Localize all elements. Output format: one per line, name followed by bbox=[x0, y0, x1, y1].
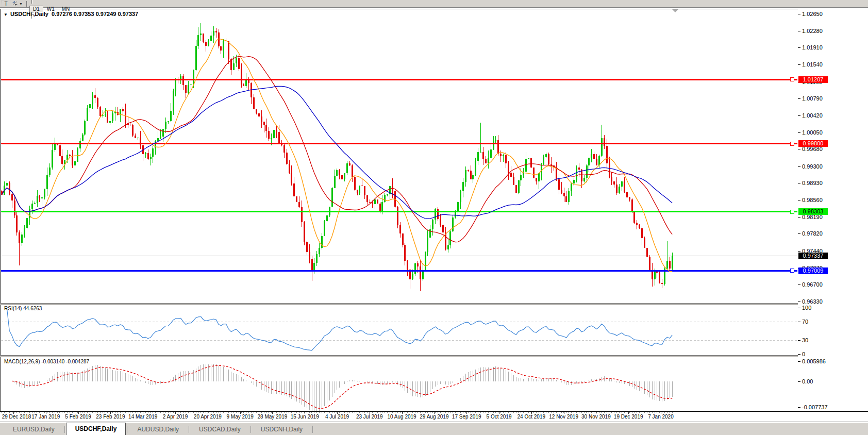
macd-axis-label: -0.007737 bbox=[802, 404, 828, 410]
price-axis-label: 1.01540 bbox=[802, 61, 823, 68]
date-axis-label: 23 Feb 2019 bbox=[96, 414, 125, 420]
mt4-window: T ▼ M1M5M15M30H1H4D1W1MN ▼USDCHF,Daily 0… bbox=[0, 0, 868, 435]
axis-tick bbox=[798, 64, 800, 65]
date-axis: 29 Dec 201817 Jan 20195 Feb 201923 Feb 2… bbox=[0, 412, 798, 421]
toolbar-separator bbox=[26, 1, 27, 7]
date-axis-label: 4 Jul 2019 bbox=[325, 414, 349, 420]
date-axis-label: 29 Aug 2019 bbox=[420, 414, 448, 420]
axis-tick bbox=[798, 354, 800, 355]
axis-tick bbox=[798, 183, 800, 183]
text-tool-button[interactable]: T bbox=[2, 1, 10, 7]
date-axis-label: 2 Apr 2019 bbox=[163, 414, 188, 420]
chart-left-border bbox=[1, 9, 1, 411]
tab-separator bbox=[251, 426, 251, 433]
rsi-axis-label: 100 bbox=[802, 305, 811, 311]
price-axis-label: 0.96700 bbox=[802, 281, 823, 288]
price-axis-label: 1.00420 bbox=[802, 112, 823, 119]
price-axis-label: 0.99300 bbox=[802, 163, 823, 170]
price-axis-label: 0.98560 bbox=[802, 197, 823, 203]
date-axis-label: 17 Jan 2019 bbox=[31, 414, 60, 420]
axis-tick bbox=[798, 340, 800, 341]
price-axis-label: 1.02280 bbox=[802, 28, 823, 34]
price-axis-label: 0.97820 bbox=[802, 230, 823, 237]
axis-tick bbox=[798, 166, 800, 167]
axis-tick bbox=[798, 407, 800, 408]
axis-tick bbox=[798, 115, 800, 116]
date-axis-label: 10 Aug 2019 bbox=[388, 414, 416, 420]
hline-price-tag: 0.98303 bbox=[798, 208, 828, 215]
timeframe-button-mn[interactable]: MN bbox=[58, 6, 74, 12]
macd-splitter[interactable] bbox=[0, 355, 868, 357]
axis-tick bbox=[798, 132, 800, 133]
timeframe-group: M1M5M15M30H1H4D1W1MN bbox=[29, 0, 120, 19]
price-axis: 1.026501.022801.019101.015401.011601.007… bbox=[798, 9, 868, 411]
date-axis-label: 12 Nov 2019 bbox=[549, 414, 578, 420]
chart-tabs-bar: EURUSD,DailyUSDCHF,DailyAUDUSD,DailyUSDC… bbox=[0, 422, 868, 435]
date-axis-label: 19 Dec 2019 bbox=[614, 414, 643, 420]
date-axis-label: 5 Oct 2019 bbox=[487, 414, 512, 420]
timeframe-button-d1[interactable]: D1 bbox=[29, 6, 43, 12]
tab-separator bbox=[312, 426, 313, 433]
axis-tick bbox=[798, 217, 800, 217]
price-axis-label: 0.98930 bbox=[802, 180, 823, 186]
date-axis-label: 24 Oct 2019 bbox=[518, 414, 545, 420]
axis-tick bbox=[798, 381, 800, 382]
tab-separator bbox=[189, 426, 189, 433]
price-axis-label: 0.96330 bbox=[802, 298, 823, 305]
chart-canvas-svg[interactable] bbox=[0, 9, 798, 411]
rsi-axis-label: 70 bbox=[802, 319, 808, 325]
date-axis-label: 15 Jun 2019 bbox=[291, 414, 319, 420]
axis-tick bbox=[798, 322, 800, 322]
hline-price-tag: 0.97009 bbox=[798, 267, 828, 274]
chart-shift-marker-icon[interactable] bbox=[672, 9, 678, 12]
macd-label: MACD(12,26,9) -0.003140 -0.004287 bbox=[4, 359, 89, 364]
date-axis-label: 17 Sep 2019 bbox=[452, 414, 481, 420]
chart-tab-usdcnh-daily[interactable]: USDCNH,Daily bbox=[252, 424, 311, 435]
axis-tick bbox=[798, 302, 800, 302]
price-axis-label: 1.00790 bbox=[802, 95, 823, 102]
arrows-icon bbox=[12, 1, 18, 7]
tab-separator bbox=[127, 426, 127, 433]
axis-tick bbox=[798, 98, 800, 99]
chart-tab-audusd-daily[interactable]: AUDUSD,Daily bbox=[128, 424, 188, 435]
current-price-tag: 0.97337 bbox=[798, 253, 828, 259]
axis-tick bbox=[798, 233, 800, 234]
axis-tick bbox=[798, 31, 800, 31]
toolbar-separator bbox=[31, 13, 32, 19]
date-axis-label: 23 Jul 2019 bbox=[356, 414, 383, 420]
macd-axis-label: 0.00 bbox=[802, 378, 813, 384]
axis-tick bbox=[798, 14, 800, 14]
date-axis-label: 28 May 2019 bbox=[257, 414, 287, 420]
date-axis-label: 14 Mar 2019 bbox=[128, 414, 157, 420]
axis-tick bbox=[798, 308, 800, 308]
rsi-axis-label: 0 bbox=[802, 351, 805, 357]
date-axis-label: 5 Feb 2019 bbox=[65, 414, 91, 420]
chart-top-border bbox=[0, 9, 868, 9]
chart-tab-eurusd-daily[interactable]: EURUSD,Daily bbox=[4, 424, 63, 435]
axis-tick bbox=[798, 361, 800, 362]
macd-axis-label: 0.005986 bbox=[802, 358, 826, 364]
rsi-label: RSI(14) 44.6263 bbox=[4, 306, 42, 311]
axis-tick bbox=[798, 47, 800, 48]
chart-tab-usdcad-daily[interactable]: USDCAD,Daily bbox=[190, 424, 249, 435]
rsi-axis-label: 30 bbox=[802, 337, 808, 343]
rsi-splitter[interactable] bbox=[0, 303, 868, 305]
price-axis-label: 1.00050 bbox=[802, 129, 823, 136]
axis-tick bbox=[798, 149, 800, 149]
price-axis-label: 1.02650 bbox=[802, 11, 823, 17]
axis-tick bbox=[798, 200, 800, 200]
toolbar-separator bbox=[31, 0, 32, 4]
date-axis-label: 30 Nov 2019 bbox=[581, 414, 611, 420]
date-axis-label: 20 Apr 2019 bbox=[194, 414, 222, 420]
date-axis-label: 7 Jan 2020 bbox=[648, 414, 674, 420]
date-axis-label: 9 May 2019 bbox=[226, 414, 253, 420]
price-axis-label: 1.01910 bbox=[802, 44, 823, 51]
timeframe-button-w1[interactable]: W1 bbox=[43, 6, 58, 12]
hline-price-tag: 1.01207 bbox=[798, 76, 828, 83]
symbol-caret-icon: ▼ bbox=[4, 12, 8, 17]
axis-tick bbox=[798, 285, 800, 285]
toolbar: T ▼ M1M5M15M30H1H4D1W1MN bbox=[0, 0, 868, 8]
arrows-tool-button[interactable]: ▼ bbox=[11, 1, 23, 7]
hline-price-tag: 0.99800 bbox=[798, 140, 828, 147]
chart-tab-usdchf-daily[interactable]: USDCHF,Daily bbox=[66, 423, 126, 435]
